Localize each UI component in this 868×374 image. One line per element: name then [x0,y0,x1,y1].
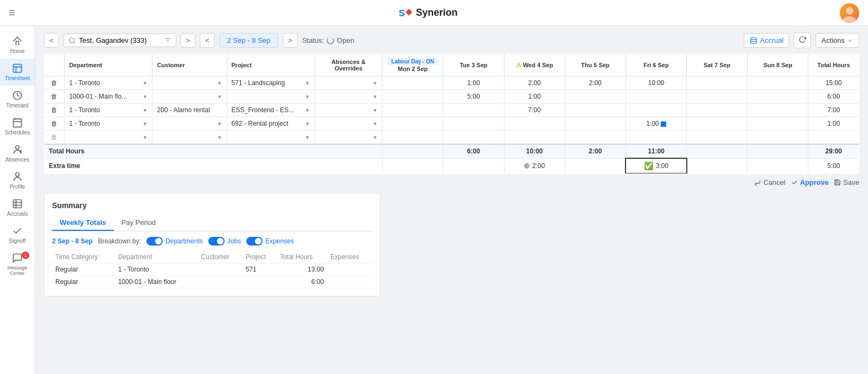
svg-rect-17 [14,200,22,208]
sun-cell-3[interactable] [748,104,808,117]
delete-icon[interactable]: 🗑 [51,93,58,100]
mon-cell-1[interactable] [382,76,443,90]
date-next-button[interactable]: > [283,33,298,48]
sat-cell-1[interactable] [687,76,748,90]
fri-cell-2[interactable] [626,90,686,104]
sidebar-item-timecard[interactable]: Timecard [0,86,35,113]
search-input[interactable] [79,36,161,44]
total-cell-3: 7:00 [808,104,859,117]
sun-cell-4[interactable] [748,117,808,131]
delete-icon[interactable]: 🗑 [51,79,58,87]
extra-time-label: Extra time [44,158,382,173]
abs-cell-4: ▼ [315,117,382,131]
tue-cell-2[interactable]: 5:00 [443,90,504,104]
delete-icon[interactable]: 🗑 [51,120,58,127]
mon-cell-2[interactable] [382,90,443,104]
departments-toggle[interactable] [146,237,163,246]
sun-cell-1[interactable] [748,76,808,90]
fri-cell-1[interactable]: 10:00 [626,76,686,90]
jobs-toggle[interactable] [208,237,225,246]
fri-cell-5[interactable] [626,131,686,145]
delete-cell-5[interactable]: 🗑 [44,131,65,145]
total-thu: 2:00 [565,144,626,158]
tue-cell-1[interactable]: 1:00 [443,76,504,90]
cancel-button[interactable]: Cancel [754,178,785,186]
tab-weekly-totals[interactable]: Weekly Totals [52,215,114,231]
approve-button[interactable]: Approve [791,178,829,186]
delete-cell-1[interactable]: 🗑 [44,76,65,90]
wed-cell-4[interactable] [504,117,565,131]
sidebar-item-profile[interactable]: Profile [0,167,35,194]
table-row: 🗑 1000-01 - Main flo...▼ ▼ ▼ ▼ 5:00 1:00 [44,90,859,104]
tue-cell-3[interactable] [443,104,504,117]
note-icon [661,121,666,127]
next-employee-button[interactable]: > [181,33,196,48]
sidebar-item-home[interactable]: Home [0,31,35,59]
extra-fri[interactable]: ✅ 3:00 [626,158,686,173]
col-header-tue: Tue 3 Sep [443,54,504,76]
thu-cell-4[interactable] [565,117,626,131]
date-prev-button[interactable]: < [200,33,215,48]
warning-icon: ⚠ [516,62,523,68]
wed-cell-1[interactable]: 2:00 [504,76,565,90]
delete-icon[interactable]: 🗑 [51,133,58,141]
tue-cell-5[interactable] [443,131,504,145]
thu-cell-1[interactable]: 2:00 [565,76,626,90]
total-wed: 10:00 [504,144,565,158]
extra-wed: 2:00 [504,158,565,173]
sat-cell-2[interactable] [687,90,748,104]
sidebar-item-schedules[interactable]: Schedules [0,113,35,140]
fri-cell-4[interactable]: 1:00 [626,117,686,131]
user-avatar[interactable] [840,3,859,23]
toolbar-right: Accrual Actions [744,33,859,48]
sun-cell-2[interactable] [748,90,808,104]
thu-cell-2[interactable] [565,90,626,104]
wed-cell-2[interactable]: 1:00 [504,90,565,104]
thu-cell-5[interactable] [565,131,626,145]
delete-cell-4[interactable]: 🗑 [44,117,65,131]
mon-cell-4[interactable] [382,117,443,131]
col-header-action [44,54,65,76]
accrual-icon [750,37,757,44]
summary-filter: 2 Sep - 8 Sep Breakdown by: Departments … [52,237,372,246]
total-cell-4: 1:00 [808,117,859,131]
search-icon [68,37,76,44]
sidebar-item-message-center[interactable]: 1 Message Center [0,248,35,280]
delete-cell-3[interactable]: 🗑 [44,104,65,117]
refresh-button[interactable] [794,33,811,48]
tue-cell-4[interactable] [443,117,504,131]
sidebar-item-absences[interactable]: Absences [0,140,35,167]
mon-cell-3[interactable] [382,104,443,117]
sat-cell-3[interactable] [687,104,748,117]
delete-cell-2[interactable]: 🗑 [44,90,65,104]
mon-cell-5[interactable] [382,131,443,145]
tab-pay-period[interactable]: Pay Period [114,215,164,231]
prev-employee-button[interactable]: < [44,33,59,48]
save-button[interactable]: Save [834,178,859,186]
actions-button[interactable]: Actions [815,33,859,48]
fri-cell-3[interactable] [626,104,686,117]
wed-cell-3[interactable]: 7:00 [504,104,565,117]
thu-cell-3[interactable] [565,104,626,117]
filter-icon[interactable] [164,37,171,44]
delete-icon[interactable]: 🗑 [51,106,58,114]
sat-cell-5[interactable] [687,131,748,145]
total-mon [382,144,443,158]
summary-row: Regular 1 - Toronto 571 13:00 [52,263,372,276]
sidebar-item-timesheet[interactable]: Timesheet [0,59,35,86]
expenses-toggle[interactable] [246,237,263,246]
sat-cell-4[interactable] [687,117,748,131]
hamburger-button[interactable]: ☰ [9,9,15,17]
sun-cell-5[interactable] [748,131,808,145]
extra-sun [748,158,808,173]
accrual-button[interactable]: Accrual [744,33,789,48]
extra-mon [382,158,443,173]
wed-cell-5[interactable] [504,131,565,145]
sidebar-item-signoff[interactable]: Signoff [0,221,35,248]
sidebar-item-accruals[interactable]: Accruals [0,194,35,221]
proj-cell-4: 692 - Rental project▼ [227,117,315,131]
extra-thu [565,158,626,173]
extra-total: 5:00 [808,158,859,173]
total-sun [748,144,808,158]
toggle-jobs: Jobs [208,237,241,246]
